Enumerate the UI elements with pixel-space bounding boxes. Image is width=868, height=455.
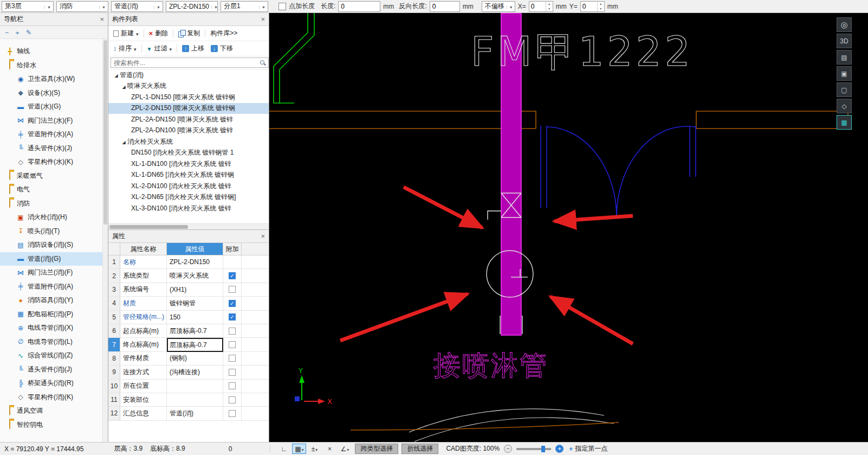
sidebar-item-cable-conduit-fire[interactable]: 电缆导管(消)(L) [0, 335, 102, 349]
attach-checkbox[interactable] [229, 355, 236, 362]
spinner-arrows-icon[interactable] [546, 2, 553, 11]
property-row[interactable]: 9连接方式(沟槽连接) [108, 366, 269, 379]
category-dropdown[interactable]: 管道(消) [111, 1, 163, 12]
close-icon[interactable] [100, 15, 104, 23]
component-tree-group[interactable]: 管道(消) [108, 69, 269, 81]
property-row[interactable]: 2系统类型喷淋灭火系统 [108, 269, 269, 283]
sidebar-item-sanitary-fixture-water[interactable]: 卫生器具(水)(W) [0, 72, 102, 86]
cad-viewport[interactable]: FM甲1222 接喷淋管 Y X 3D [269, 13, 868, 442]
orbit-view-button[interactable] [837, 17, 852, 32]
expand-all-button[interactable]: ＋ [14, 29, 21, 36]
attach-checkbox[interactable] [229, 286, 236, 293]
sidebar-item-wire-conduit-fire[interactable]: 电线导管(消)(X) [0, 321, 102, 335]
sidebar-group-fire-protection[interactable]: 消防 [0, 197, 102, 211]
sidebar-group-heating-gas[interactable]: 采暖燃气 [0, 169, 102, 183]
attach-checkbox[interactable] [229, 396, 236, 403]
component-tree-group[interactable]: 喷淋灭火系统 [108, 81, 269, 92]
cross-type-select-button[interactable]: 跨类型选择 [355, 444, 398, 454]
attach-checkbox[interactable] [229, 382, 236, 389]
attach-checkbox[interactable] [229, 272, 236, 279]
hscrollbar-thumb[interactable] [109, 225, 188, 229]
sidebar-item-misc-component-fire[interactable]: 零星构件(消)(K) [0, 390, 102, 405]
property-row[interactable]: 3系统编号(XH1) [108, 283, 269, 297]
move-up-button[interactable]: 上移 [179, 43, 207, 54]
sidebar-item-fire-equipment[interactable]: 消防设备(消)(S) [0, 238, 102, 252]
attach-checkbox[interactable] [229, 369, 236, 376]
component-tree-item[interactable]: XL-1-DN100 [消火栓灭火系统 镀锌 [108, 158, 269, 170]
component-tree-item[interactable]: ZPL-2A-DN100 [喷淋灭火系统 镀锌 [108, 125, 269, 137]
sidebar-group-plumbing[interactable]: 给排水 [0, 59, 102, 73]
component-tree-item[interactable]: XL-2-DN100 [消火栓灭火系统 镀锌 [108, 181, 269, 192]
sidebar-item-pipe-fire[interactable]: 管道(消)(G) [0, 252, 102, 266]
filter-button[interactable]: 过滤 [144, 43, 174, 54]
close-icon[interactable] [261, 232, 265, 240]
collapse-all-button[interactable]: − [5, 29, 9, 36]
sidebar-group-axis[interactable]: 轴线 [0, 44, 102, 59]
grid-snap-button[interactable] [292, 444, 306, 454]
cad-drawing[interactable]: FM甲1222 接喷淋管 Y X [269, 13, 868, 442]
sidebar-item-equipment-water[interactable]: 设备(水)(S) [0, 86, 102, 100]
slider-thumb[interactable] [541, 446, 545, 452]
expand-icon[interactable] [113, 71, 120, 79]
sidebar-item-power-box-fire[interactable]: 配电箱柜(消)(P) [0, 307, 102, 322]
view-3d-button[interactable]: 3D [837, 34, 852, 48]
attach-checkbox[interactable] [229, 341, 236, 348]
sidebar-item-pipe-water[interactable]: 管道(水)(G) [0, 100, 102, 114]
sidebar-item-pipe-attachment-water[interactable]: 管道附件(水)(A) [0, 127, 102, 142]
sidebar-item-tray-fitting-fire[interactable]: 桥架通头(消)(R) [0, 376, 102, 390]
move-down-button[interactable]: 下移 [208, 43, 236, 54]
property-row[interactable]: 11安装部位 [108, 393, 269, 407]
viewport-box-button[interactable] [837, 66, 852, 81]
brightness-slider[interactable] [516, 448, 551, 450]
sidebar-group-low-voltage[interactable]: 智控弱电 [0, 418, 102, 432]
layer-dropdown[interactable]: 分层1 [221, 1, 268, 12]
property-row[interactable]: 8管件材质(钢制) [108, 352, 269, 366]
component-library-button[interactable]: 构件库>> [208, 28, 240, 39]
sidebar-group-hvac[interactable]: 通风空调 [0, 404, 102, 418]
property-row[interactable]: 12汇总信息管道(消) [108, 407, 269, 420]
table-view-button[interactable] [837, 115, 852, 130]
component-tree-item[interactable]: ZPL-2A-DN150 [喷淋灭火系统 镀锌 [108, 114, 269, 125]
sidebar-item-sprinkler-head-fire[interactable]: 喷头(消)(T) [0, 225, 102, 239]
component-tree-item[interactable]: XL-1-DN65 [消火栓灭火系统 镀锌钢 [108, 170, 269, 181]
property-row[interactable]: 4材质镀锌钢管 [108, 297, 269, 310]
spinner-arrows-icon[interactable] [597, 2, 604, 11]
sidebar-item-valve-flange-fire[interactable]: 阀门法兰(消)(F) [0, 266, 102, 280]
component-tree-item-selected[interactable]: ZPL-2-DN150 [喷淋灭火系统 镀锌钢 [108, 103, 269, 114]
y-input[interactable] [581, 2, 597, 11]
specialty-dropdown[interactable]: 消防 [56, 1, 108, 12]
length-input[interactable] [338, 1, 380, 12]
search-input[interactable] [111, 57, 269, 68]
attach-checkbox[interactable] [229, 300, 236, 307]
new-component-button[interactable]: 新建 [111, 28, 141, 39]
value-edit-field[interactable]: 层顶标高-0.7 [167, 338, 223, 351]
angle-snap-button[interactable] [338, 444, 352, 454]
sidebar-item-pipe-fitting-fire[interactable]: 通头管件(消)(J) [0, 363, 102, 377]
property-value-header[interactable]: 属性值 [167, 243, 223, 255]
component-tree-item[interactable]: XL-2-DN65 [消火栓灭火系统 镀锌钢] [108, 192, 269, 203]
attach-checkbox[interactable] [229, 328, 236, 335]
component-tree-group[interactable]: 消火栓灭火系统 [108, 136, 269, 148]
polyline-select-button[interactable]: 折线选择 [401, 444, 438, 454]
x-spinner[interactable] [529, 1, 553, 12]
component-tree-item[interactable]: DN150 [消火栓灭火系统 镀锌钢管 1 [108, 148, 269, 159]
brightness-increase-button[interactable]: + [555, 445, 563, 453]
ortho-snap-button[interactable] [277, 444, 291, 454]
property-row[interactable]: 6起点标高(m)层顶标高-0.7 [108, 324, 269, 338]
nav-scrollbar-thumb[interactable] [103, 40, 107, 225]
copy-component-button[interactable]: 复制 [176, 28, 203, 39]
expand-icon[interactable] [120, 82, 127, 90]
component-tree-item[interactable]: ZPL-1-DN150 [喷淋灭火系统 镀锌钢 [108, 92, 269, 103]
property-row[interactable]: 1名称ZPL-2-DN150 [108, 255, 269, 269]
diamond-view-button[interactable] [837, 99, 852, 113]
x-input[interactable] [529, 2, 546, 11]
property-row[interactable]: 5管径规格(m...)150 [108, 311, 269, 324]
point-add-length-checkbox[interactable] [278, 3, 286, 10]
reverse-length-input[interactable] [430, 1, 460, 12]
property-row[interactable]: 10所在位置 [108, 380, 269, 393]
delete-component-button[interactable]: 删除 [146, 28, 171, 39]
search-icon[interactable] [259, 59, 267, 67]
nav-scrollbar[interactable] [102, 39, 108, 442]
sidebar-item-valve-flange-water[interactable]: 阀门法兰(水)(F) [0, 114, 102, 128]
attach-checkbox[interactable] [229, 313, 236, 321]
